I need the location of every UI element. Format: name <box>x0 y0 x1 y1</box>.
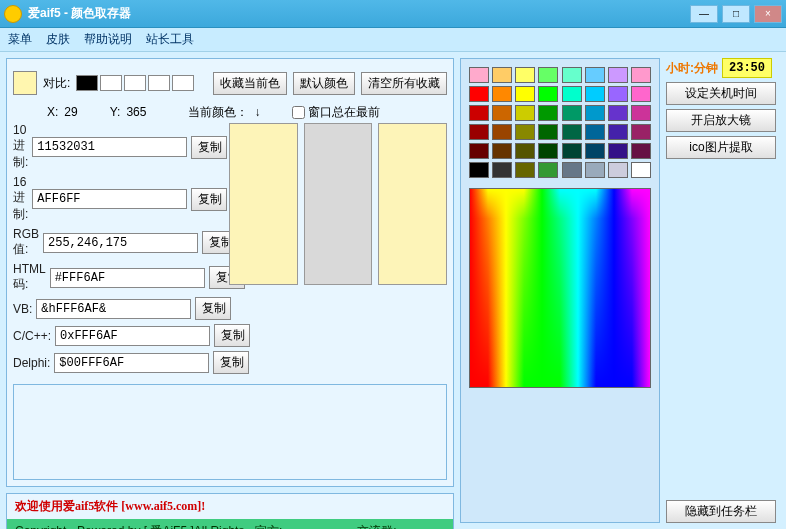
cpp-input[interactable] <box>55 326 210 346</box>
html-label: HTML码: <box>13 262 46 293</box>
palette-cell[interactable] <box>631 124 651 140</box>
palette-cell[interactable] <box>492 162 512 178</box>
palette-cell[interactable] <box>515 124 535 140</box>
palette-cell[interactable] <box>562 143 582 159</box>
palette-cell[interactable] <box>538 162 558 178</box>
time-label: 小时:分钟 <box>666 60 718 77</box>
palette-cell[interactable] <box>515 67 535 83</box>
palette-cell[interactable] <box>469 143 489 159</box>
palette-cell[interactable] <box>492 143 512 159</box>
hide-tray-button[interactable]: 隐藏到任务栏 <box>666 500 776 523</box>
main-panel: 对比: 收藏当前色 默认颜色 清空所有收藏 X: 29 Y: 365 当前颜色：… <box>6 58 454 487</box>
palette-cell[interactable] <box>515 143 535 159</box>
palette-cell[interactable] <box>631 86 651 102</box>
hex-input[interactable] <box>32 189 187 209</box>
ico-extract-button[interactable]: ico图片提取 <box>666 136 776 159</box>
clock-display: 23:50 <box>722 58 772 78</box>
copy-cpp-button[interactable]: 复制 <box>214 324 250 347</box>
palette-cell[interactable] <box>608 67 628 83</box>
close-button[interactable]: × <box>754 5 782 23</box>
palette-cell[interactable] <box>562 67 582 83</box>
palette-cell[interactable] <box>608 143 628 159</box>
palette-cell[interactable] <box>469 105 489 121</box>
palette-cell[interactable] <box>631 162 651 178</box>
clear-all-button[interactable]: 清空所有收藏 <box>361 72 447 95</box>
compare-swatch-1[interactable] <box>100 75 122 91</box>
current-color-swatch <box>13 71 37 95</box>
palette-cell[interactable] <box>469 86 489 102</box>
palette-cell[interactable] <box>585 67 605 83</box>
palette-cell[interactable] <box>492 86 512 102</box>
palette-cell[interactable] <box>515 86 535 102</box>
current-color-label: 当前颜色： <box>188 104 248 121</box>
menu-skin[interactable]: 皮肤 <box>46 31 70 48</box>
menu-main[interactable]: 菜单 <box>8 31 32 48</box>
palette-cell[interactable] <box>631 67 651 83</box>
palette-cell[interactable] <box>469 162 489 178</box>
palette-panel <box>460 58 660 523</box>
menu-help[interactable]: 帮助说明 <box>84 31 132 48</box>
palette-cell[interactable] <box>538 105 558 121</box>
copy-vb-button[interactable]: 复制 <box>195 297 231 320</box>
compare-swatch-2[interactable] <box>124 75 146 91</box>
palette-cell[interactable] <box>538 67 558 83</box>
palette-cell[interactable] <box>562 86 582 102</box>
delphi-label: Delphi: <box>13 356 50 370</box>
copy-dec-button[interactable]: 复制 <box>191 136 227 159</box>
current-color-preview-2 <box>378 123 447 285</box>
palette-cell[interactable] <box>631 105 651 121</box>
always-on-top-checkbox[interactable]: 窗口总在最前 <box>292 104 380 121</box>
delphi-input[interactable] <box>54 353 209 373</box>
copy-delphi-button[interactable]: 复制 <box>213 351 249 374</box>
menu-tools[interactable]: 站长工具 <box>146 31 194 48</box>
palette-cell[interactable] <box>585 105 605 121</box>
palette-cell[interactable] <box>492 105 512 121</box>
html-input[interactable] <box>50 268 205 288</box>
right-panel: 小时:分钟 23:50 设定关机时间 开启放大镜 ico图片提取 隐藏到任务栏 <box>666 58 776 523</box>
palette-cell[interactable] <box>469 124 489 140</box>
minimize-button[interactable]: — <box>690 5 718 23</box>
hex-label: 16进制: <box>13 175 28 223</box>
palette-cell[interactable] <box>562 162 582 178</box>
palette-cell[interactable] <box>538 86 558 102</box>
palette-cell[interactable] <box>492 124 512 140</box>
palette-cell[interactable] <box>469 67 489 83</box>
gradient-picker[interactable] <box>469 188 651 388</box>
footer-panel: 欢迎使用爱aif5软件 [www.aif5.com]! Copyright - … <box>6 493 454 529</box>
palette-cell[interactable] <box>515 162 535 178</box>
compare-swatch-0[interactable] <box>76 75 98 91</box>
palette-cell[interactable] <box>585 143 605 159</box>
compare-label: 对比: <box>43 75 70 92</box>
palette-cell[interactable] <box>562 124 582 140</box>
palette-cell[interactable] <box>538 143 558 159</box>
palette-cell[interactable] <box>562 105 582 121</box>
rgb-input[interactable] <box>43 233 198 253</box>
vb-label: VB: <box>13 302 32 316</box>
palette-cell[interactable] <box>631 143 651 159</box>
palette-cell[interactable] <box>608 162 628 178</box>
palette-cell[interactable] <box>608 105 628 121</box>
magnifier-button[interactable]: 开启放大镜 <box>666 109 776 132</box>
palette-cell[interactable] <box>585 86 605 102</box>
fav-current-button[interactable]: 收藏当前色 <box>213 72 287 95</box>
titlebar: 爱aif5 - 颜色取存器 — □ × <box>0 0 786 28</box>
dec-input[interactable] <box>32 137 187 157</box>
palette-cell[interactable] <box>608 124 628 140</box>
palette-cell[interactable] <box>538 124 558 140</box>
compare-swatch-4[interactable] <box>172 75 194 91</box>
palette-cell[interactable] <box>585 124 605 140</box>
palette-cell[interactable] <box>492 67 512 83</box>
copy-hex-button[interactable]: 复制 <box>191 188 227 211</box>
palette-cell[interactable] <box>608 86 628 102</box>
maximize-button[interactable]: □ <box>722 5 750 23</box>
set-shutdown-button[interactable]: 设定关机时间 <box>666 82 776 105</box>
copyright-text: Copyright - Powered by [ 爱AiF5 ]All Righ… <box>15 523 357 529</box>
vb-input[interactable] <box>36 299 191 319</box>
cpp-label: C/C++: <box>13 329 51 343</box>
palette-cell[interactable] <box>515 105 535 121</box>
x-value: 29 <box>64 105 77 119</box>
default-color-button[interactable]: 默认颜色 <box>293 72 355 95</box>
palette-cell[interactable] <box>585 162 605 178</box>
favorite-area[interactable] <box>304 123 373 285</box>
compare-swatch-3[interactable] <box>148 75 170 91</box>
